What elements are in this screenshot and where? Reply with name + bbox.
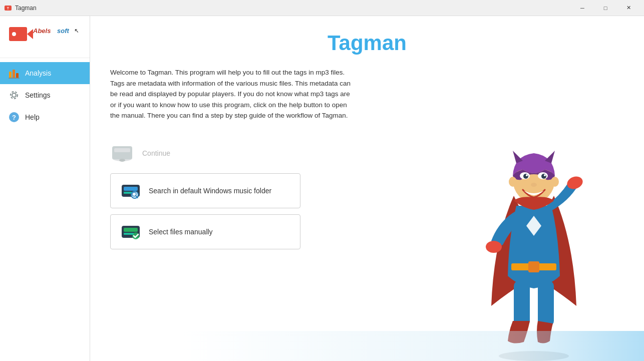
svg-point-44 (526, 174, 528, 176)
hdd-search-icon (121, 181, 141, 201)
app-container: Abels soft ↖ Analysis (0, 16, 644, 361)
svg-point-30 (499, 351, 569, 361)
logo-image: Abels soft ↖ (8, 22, 78, 50)
title-bar: T Tagman ─ □ ✕ (0, 0, 644, 16)
svg-point-43 (541, 174, 546, 179)
svg-rect-2 (9, 27, 27, 41)
maximize-button[interactable]: □ (594, 0, 617, 16)
svg-point-47 (551, 177, 559, 187)
svg-rect-33 (528, 261, 539, 272)
search-default-label: Search in default Windows music folder (149, 187, 271, 195)
help-label: Help (25, 113, 40, 121)
logo-area: Abels soft ↖ (0, 16, 90, 58)
svg-text:Abels: Abels (33, 27, 51, 35)
svg-rect-8 (9, 72, 12, 78)
svg-rect-21 (124, 187, 138, 191)
svg-rect-17 (112, 146, 132, 159)
select-manual-label: Select files manually (149, 228, 213, 236)
svg-point-48 (531, 183, 537, 187)
app-icon: T (4, 4, 12, 12)
hdd-select-icon (121, 222, 141, 242)
sidebar: Abels soft ↖ Analysis (0, 16, 90, 361)
svg-marker-3 (27, 29, 33, 39)
svg-point-19 (119, 159, 125, 162)
svg-rect-10 (16, 73, 19, 78)
svg-text:?: ? (12, 114, 16, 121)
svg-rect-34 (514, 281, 530, 326)
superhero-svg (464, 116, 604, 361)
svg-rect-18 (114, 148, 130, 152)
sidebar-item-settings[interactable]: Settings (0, 84, 90, 106)
hero-character (434, 71, 634, 361)
svg-point-36 (486, 241, 502, 253)
analysis-label: Analysis (25, 69, 51, 77)
svg-text:soft: soft (57, 27, 70, 35)
app-title: Tagman (110, 31, 624, 55)
svg-text:↖: ↖ (74, 27, 78, 35)
chart-icon (8, 67, 20, 79)
help-icon: ? (8, 111, 20, 123)
sidebar-item-analysis[interactable]: Analysis (0, 62, 90, 84)
continue-disk-icon (110, 141, 134, 165)
window-title: Tagman (15, 5, 571, 12)
svg-point-45 (544, 174, 546, 176)
svg-point-42 (523, 174, 528, 179)
description-text: Welcome to Tagman. This program will hel… (110, 67, 351, 121)
svg-point-4 (12, 32, 16, 36)
svg-rect-35 (538, 281, 554, 326)
select-manual-button[interactable]: Select files manually (110, 214, 300, 249)
minimize-button[interactable]: ─ (571, 0, 594, 16)
svg-rect-11 (9, 78, 20, 79)
close-button[interactable]: ✕ (617, 0, 640, 16)
svg-point-46 (509, 177, 517, 187)
gear-icon (8, 89, 20, 101)
sidebar-nav: Analysis Settings ? (0, 58, 90, 128)
svg-rect-29 (124, 233, 134, 235)
window-controls: ─ □ ✕ (571, 0, 640, 16)
main-content: Tagman Welcome to Tagman. This program w… (90, 16, 644, 361)
search-default-button[interactable]: Search in default Windows music folder (110, 173, 300, 208)
settings-label: Settings (25, 91, 51, 99)
svg-point-12 (12, 93, 16, 97)
continue-label: Continue (142, 149, 170, 157)
sidebar-item-help[interactable]: ? Help (0, 106, 90, 128)
svg-rect-9 (13, 70, 15, 78)
svg-text:T: T (7, 7, 10, 10)
svg-rect-27 (124, 228, 138, 232)
